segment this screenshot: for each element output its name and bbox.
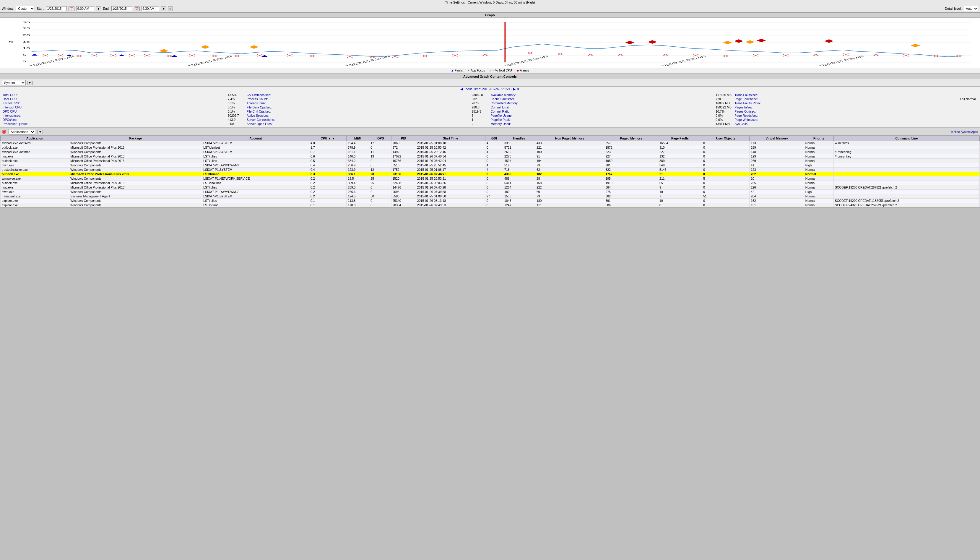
time-settings-title: Time Settings - Current Window: 0 Days, … xyxy=(0,0,980,5)
svg-marker-27 xyxy=(911,44,920,47)
start-date-input[interactable] xyxy=(46,6,67,11)
table-cell: 0.1 xyxy=(309,198,346,203)
table-column-header[interactable]: Account xyxy=(202,136,309,141)
table-row[interactable]: explore.exeWindows ComponentsLST\julies0… xyxy=(1,198,980,203)
refresh-btn[interactable]: ↺ xyxy=(168,7,173,11)
graph-title: Graph xyxy=(0,13,980,18)
app-table-scroll[interactable]: ApplicationPackageAccountCPU ▼MEMIOPSPID… xyxy=(0,136,980,207)
table-cell: 1950 xyxy=(604,159,658,163)
table-row[interactable]: dwm.exeWindows ComponentsLSIXA7-P1 DWM\D… xyxy=(1,190,980,194)
window-select[interactable]: Custom xyxy=(16,6,35,11)
table-column-header[interactable]: Paged Memory xyxy=(604,136,658,141)
metric-value: 2519.3 xyxy=(472,110,489,113)
metric-row: Pages Out/sec: xyxy=(734,109,977,113)
metric-label: Ctx Switches/sec: xyxy=(247,93,271,97)
table-row[interactable]: svchost.exe -netmanWindows ComponentsLSI… xyxy=(1,150,980,154)
table-cell: LST\julies xyxy=(202,159,309,163)
table-cell: outlook.exe xyxy=(1,181,69,185)
hide-system-apps-btn[interactable]: ⊙ Hide System Apps xyxy=(951,130,978,133)
detail-level-select[interactable]: Auto xyxy=(964,6,978,11)
table-cell: Normal xyxy=(804,177,834,181)
table-cell: 17 xyxy=(369,141,391,145)
applications-select[interactable]: Applications xyxy=(8,129,35,135)
table-row[interactable]: outlook.exeMicrosoft Office Professional… xyxy=(1,145,980,150)
system-select-expand-btn[interactable]: ▼ xyxy=(27,81,33,85)
table-row[interactable]: dwm.exeWindows ComponentsLSIXA7-P1 DWM\D… xyxy=(1,163,980,168)
table-cell: 433 xyxy=(535,141,604,145)
table-cell: 1767 xyxy=(604,172,658,177)
table-cell: 2015-01-25 01:08:18 xyxy=(416,141,485,145)
table-cell: 0 xyxy=(369,163,391,168)
table-row[interactable]: mmagent.exeSystems Management AgentLSIXA… xyxy=(1,194,980,198)
table-column-header[interactable]: IOPS xyxy=(369,136,391,141)
svg-text:1/26/2015 9:05 AM: 1/26/2015 9:05 AM xyxy=(187,55,234,66)
app-table: ApplicationPackageAccountCPU ▼MEMIOPSPID… xyxy=(0,136,980,207)
table-cell: Windows Components xyxy=(69,168,202,172)
table-row[interactable]: lync.exeMicrosoft Office Professional Pl… xyxy=(1,185,980,190)
applications-select-expand-btn[interactable]: ▼ xyxy=(38,130,43,134)
metric-row: DPCs/sec:413.9 xyxy=(3,118,246,122)
table-column-header[interactable]: Application xyxy=(1,136,69,141)
detail-level-label: Detail level: Auto xyxy=(945,6,978,11)
table-cell: 2015-01-25 20:53:42 xyxy=(416,145,485,150)
table-cell: 42 xyxy=(750,190,804,194)
table-cell: 2060 xyxy=(391,141,416,145)
table-column-header[interactable]: Package xyxy=(69,136,202,141)
table-column-header[interactable]: Priority xyxy=(804,136,834,141)
table-cell: 1752 xyxy=(391,168,416,172)
graph-svg[interactable]: 30 25 20 15 10 5 0 % 1/26/2015 9:00 AM 1… xyxy=(2,19,978,66)
table-row[interactable]: trustedinstaller.exeWindows ComponentsLS… xyxy=(1,168,980,172)
end-date-input[interactable] xyxy=(111,6,132,11)
table-column-header[interactable]: Start Time xyxy=(416,136,485,141)
end-date-picker-btn[interactable]: 📅 xyxy=(134,7,140,11)
table-row[interactable]: outlook.exeMicrosoft Office Professional… xyxy=(1,181,980,185)
table-cell: 195 xyxy=(604,177,658,181)
table-cell: 6516 xyxy=(391,163,416,168)
table-column-header[interactable]: Command Line xyxy=(834,136,979,141)
table-column-header[interactable]: CPU ▼ xyxy=(309,136,346,141)
start-date-picker-btn[interactable]: 📅 xyxy=(68,7,75,11)
table-cell: 523 xyxy=(604,150,658,154)
table-row[interactable]: outlook.exeMicrosoft Office Professional… xyxy=(1,159,980,163)
table-cell: 488 xyxy=(503,177,535,181)
start-time-down-btn[interactable]: ▼ xyxy=(96,7,101,11)
system-select[interactable]: System xyxy=(2,80,26,85)
table-cell: 51 xyxy=(702,194,750,198)
table-cell: 2015-01-25 01:08:50 xyxy=(416,194,485,198)
table-cell: High xyxy=(804,163,834,168)
table-row[interactable]: wmiprvse.exeWindows ComponentsLSIXA7-P1\… xyxy=(1,177,980,181)
table-cell: 226 xyxy=(750,185,804,190)
table-cell: 0 xyxy=(369,203,391,207)
table-column-header[interactable]: GDI xyxy=(485,136,503,141)
table-cell: 7 xyxy=(658,194,702,198)
table-column-header[interactable]: Virtual Memory xyxy=(750,136,804,141)
start-time-input[interactable] xyxy=(76,6,94,11)
metric-label: Kernel CPU: xyxy=(3,102,20,105)
table-cell: 857 xyxy=(604,141,658,145)
table-column-header[interactable]: Page Faults xyxy=(658,136,702,141)
table-column-header[interactable]: PID xyxy=(391,136,416,141)
metric-value xyxy=(960,122,977,126)
table-cell: 204 xyxy=(750,194,804,198)
table-column-header[interactable]: Non Paged Memory xyxy=(535,136,604,141)
table-cell: High xyxy=(804,190,834,194)
table-cell: Systems Management Agent xyxy=(69,194,202,198)
table-row[interactable]: explore.exeWindows ComponentsLST\brianc0… xyxy=(1,203,980,207)
end-time-down-btn[interactable]: ▼ xyxy=(161,7,166,11)
table-column-header[interactable]: MEM xyxy=(346,136,369,141)
table-row[interactable]: svchost.exe -netsvcsWindows ComponentsLS… xyxy=(1,141,980,145)
metric-value: 413.9 xyxy=(228,118,246,122)
table-column-header[interactable]: Handles xyxy=(503,136,535,141)
window-close-btn[interactable]: ✕ xyxy=(2,130,6,134)
table-row[interactable]: outlook.exeMicrosoft Office Professional… xyxy=(1,172,980,177)
table-cell: 0 xyxy=(485,203,503,207)
end-time-input[interactable] xyxy=(141,6,159,11)
table-column-header[interactable]: User Objects xyxy=(702,136,750,141)
table-cell: 2015-01-26 07:49:53 xyxy=(416,203,485,207)
table-row[interactable]: lync.exeMicrosoft Office Professional Pl… xyxy=(1,154,980,159)
table-cell: Normal xyxy=(804,150,834,154)
table-cell: LST\brianc xyxy=(202,203,309,207)
table-cell: 389 xyxy=(658,159,702,163)
table-cell: 975 xyxy=(604,190,658,194)
table-cell: 148 xyxy=(750,150,804,154)
